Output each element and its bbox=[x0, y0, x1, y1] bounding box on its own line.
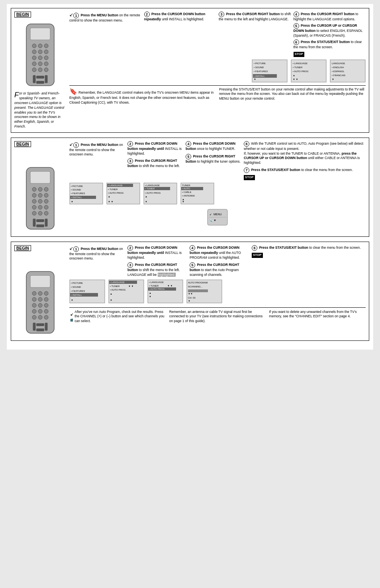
svg-text:• LANGUAGE: • LANGUAGE bbox=[293, 62, 308, 65]
svg-text:▼ ▼: ▼ ▼ bbox=[128, 285, 134, 287]
svg-point-105 bbox=[38, 303, 42, 307]
svg-text:▼: ▼ bbox=[71, 299, 73, 301]
svg-text:• PICTURE: • PICTURE bbox=[254, 62, 266, 65]
dropcap-1: F bbox=[14, 91, 19, 98]
tv2-screen-a: • PICTURE • SOUND • FEATURES • INSTALL ▼ bbox=[69, 183, 103, 205]
svg-text:• AUTO PROG: • AUTO PROG bbox=[145, 192, 161, 194]
steps-top-3: ↙1 Press the MENU button on the remote c… bbox=[69, 245, 366, 277]
svg-point-106 bbox=[44, 303, 48, 307]
svg-point-104 bbox=[32, 303, 36, 307]
tv3-screen-b: • LANGUAGE • TUNER • AUTO PROG ▼ ▼ ▲ ▼ bbox=[108, 279, 144, 304]
svg-text:• ANTENNA: • ANTENNA bbox=[182, 195, 195, 197]
section1: BEGIN bbox=[11, 8, 369, 133]
svg-text:▼ ▼: ▼ ▼ bbox=[293, 78, 298, 81]
svg-point-15 bbox=[38, 68, 42, 72]
svg-point-109 bbox=[44, 309, 48, 313]
svg-point-45 bbox=[32, 193, 36, 197]
section2: BEGIN bbox=[11, 138, 369, 237]
step-2-23: 2 Press the CURSOR DOWN button repeatedl… bbox=[127, 141, 183, 180]
page: BEGIN bbox=[7, 4, 373, 350]
svg-text:▼: ▼ bbox=[214, 219, 216, 222]
note-3b: Remember, an antenna or cable TV signal … bbox=[169, 310, 266, 323]
menu-icon-2: ↙ MENU 📡 ▼ bbox=[206, 207, 229, 227]
svg-text:▼: ▼ bbox=[332, 78, 334, 81]
section3-left: BEGIN bbox=[14, 245, 66, 337]
svg-text:• ESPANOL: • ESPANOL bbox=[332, 70, 345, 73]
svg-text:• LANGUAGE: • LANGUAGE bbox=[110, 281, 125, 283]
svg-text:• AUTO: • AUTO bbox=[182, 187, 190, 190]
svg-text:• TUNER: • TUNER bbox=[293, 66, 303, 69]
steps-row-top-1: ↙1 Press the MENU button on the remote c… bbox=[69, 12, 366, 57]
svg-rect-58 bbox=[36, 224, 44, 227]
svg-text:• FEATURES: • FEATURES bbox=[71, 290, 85, 292]
svg-point-100 bbox=[44, 291, 48, 295]
svg-rect-115 bbox=[33, 323, 36, 331]
svg-text:▼▼: ▼▼ bbox=[188, 293, 193, 295]
notes-row-1: 🔖Remember, the LANGUAGE control makes on… bbox=[69, 85, 366, 105]
svg-text:CH: 03: CH: 03 bbox=[188, 297, 196, 299]
svg-text:• FEATURES: • FEATURES bbox=[71, 192, 85, 195]
svg-point-16 bbox=[44, 68, 48, 72]
svg-text:▼ ▼: ▼ ▼ bbox=[167, 285, 173, 287]
svg-point-14 bbox=[32, 68, 36, 72]
svg-text:LANGUAGE: LANGUAGE bbox=[332, 62, 345, 65]
svg-rect-17 bbox=[36, 76, 44, 79]
svg-point-101 bbox=[32, 297, 36, 301]
svg-point-56 bbox=[44, 211, 48, 215]
svg-point-7 bbox=[44, 50, 48, 54]
step-2-45: 4 Press the CURSOR DOWN button once to h… bbox=[186, 141, 241, 180]
svg-point-98 bbox=[32, 291, 36, 295]
svg-text:▼: ▼ bbox=[254, 78, 256, 81]
svg-point-111 bbox=[38, 315, 42, 319]
svg-point-9 bbox=[38, 56, 42, 60]
svg-text:• TUNER: • TUNER bbox=[145, 187, 155, 190]
tv3-screen-d: AUTO PROGRAM SCANNING... ▼▼ CH: 03 ▼ bbox=[186, 279, 222, 304]
section1-right: ↙1 Press the MENU button on the remote c… bbox=[69, 12, 366, 129]
svg-point-3 bbox=[38, 44, 42, 48]
svg-text:TUNER: TUNER bbox=[182, 184, 190, 187]
step-2-1: ↙1 Press the MENU button on the remote c… bbox=[69, 141, 125, 180]
svg-text:• LANGUAGE: • LANGUAGE bbox=[108, 184, 123, 187]
svg-text:▼: ▼ bbox=[110, 299, 112, 301]
svg-point-2 bbox=[32, 44, 36, 48]
remote-svg-3 bbox=[22, 269, 58, 337]
svg-point-52 bbox=[38, 205, 42, 209]
svg-point-47 bbox=[44, 193, 48, 197]
remote-svg-2 bbox=[22, 165, 58, 233]
svg-rect-60 bbox=[45, 219, 48, 227]
step-1-456: 4 Press the CURSOR RIGHT button to highl… bbox=[294, 12, 366, 57]
svg-text:• SOUND: • SOUND bbox=[71, 286, 81, 288]
step-3-23: 2 Press the CURSOR DOWN button repeatedl… bbox=[127, 245, 187, 277]
svg-rect-57 bbox=[36, 219, 44, 222]
begin-label-1: BEGIN bbox=[14, 12, 31, 18]
begin-label-2: BEGIN bbox=[14, 141, 31, 147]
svg-text:• AUTO PROG: • AUTO PROG bbox=[293, 70, 309, 73]
step-2-67: 6 With the TUNER control set to AUTO, Au… bbox=[244, 141, 366, 180]
step-1-1: ↙1 Press the MENU button on the remote c… bbox=[69, 12, 142, 57]
notes-row-3: ↙ 📺 After you've run Auto Program, check… bbox=[69, 307, 366, 323]
section1-left: BEGIN bbox=[14, 12, 66, 129]
stop-badge-1: STOP bbox=[294, 52, 305, 57]
svg-text:📺: 📺 bbox=[70, 317, 73, 322]
tv-screen-1c: LANGUAGE • ENGLISH • ESPANOL • FRANCAIS … bbox=[330, 59, 366, 83]
stop-badge-3: STOP bbox=[252, 253, 263, 258]
svg-text:• ENGLISH: • ENGLISH bbox=[332, 66, 344, 69]
tv2-screen-b: • LANGUAGE • TUNER • AUTO PROG ▲ ▼ ▼ bbox=[106, 183, 140, 205]
svg-text:• TUNER: • TUNER bbox=[110, 285, 120, 287]
svg-rect-97 bbox=[30, 275, 50, 287]
tv-screens-row-3: • PICTURE • SOUND • FEATURES • INSTALL ▼ bbox=[69, 279, 366, 304]
note-3a: ↙ 📺 After you've run Auto Program, check… bbox=[69, 310, 166, 323]
note-1b: Pressing the STATUS/EXIT button on your … bbox=[219, 87, 366, 105]
step-1-2: 2 Press the CURSOR DOWN button repeatedl… bbox=[144, 12, 217, 57]
svg-rect-114 bbox=[36, 328, 44, 331]
svg-text:▲: ▲ bbox=[108, 195, 110, 198]
tv2-screen-c: • LANGUAGE • TUNER • AUTO PROG ▲ ▼ bbox=[143, 183, 177, 205]
svg-text:↙: ↙ bbox=[70, 311, 73, 317]
tv3-screen-c: • LANGUAGE • TUNER • AUTO PROG ▼ ▼ ▲ ▼ bbox=[147, 279, 183, 304]
svg-text:AUTO PROGRAM: AUTO PROGRAM bbox=[188, 281, 208, 284]
svg-rect-116 bbox=[45, 323, 48, 331]
svg-text:• AUTO PROG: • AUTO PROG bbox=[108, 192, 124, 194]
section3-right: ↙1 Press the MENU button on the remote c… bbox=[69, 245, 366, 337]
svg-text:• AUTO PROG: • AUTO PROG bbox=[110, 289, 126, 291]
note-1a: 🔖Remember, the LANGUAGE control makes on… bbox=[69, 87, 216, 105]
